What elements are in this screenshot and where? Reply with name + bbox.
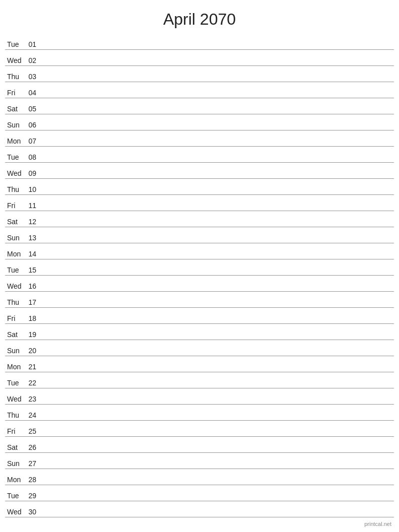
day-number: 22 <box>25 379 40 387</box>
day-name: Thu <box>5 411 25 419</box>
day-number: 06 <box>25 121 40 129</box>
page-title: April 2070 <box>0 0 399 34</box>
day-row: Sun06 <box>5 114 394 130</box>
day-row: Thu17 <box>5 292 394 308</box>
day-row: Fri11 <box>5 195 394 211</box>
day-number: 03 <box>25 73 40 81</box>
day-name: Tue <box>5 153 25 161</box>
day-number: 09 <box>25 169 40 177</box>
day-name: Sat <box>5 218 25 226</box>
day-number: 12 <box>25 218 40 226</box>
day-row: Sat12 <box>5 211 394 227</box>
day-name: Tue <box>5 40 25 48</box>
day-name: Mon <box>5 250 25 258</box>
day-number: 28 <box>25 476 40 484</box>
day-number: 14 <box>25 250 40 258</box>
day-number: 08 <box>25 153 40 161</box>
day-row: Wed02 <box>5 50 394 66</box>
day-number: 26 <box>25 443 40 451</box>
day-name: Wed <box>5 169 25 177</box>
day-number: 16 <box>25 282 40 290</box>
day-row: Thu03 <box>5 66 394 82</box>
day-row: Mon28 <box>5 469 394 485</box>
day-row: Sun20 <box>5 340 394 356</box>
day-number: 27 <box>25 459 40 468</box>
day-row: Sun13 <box>5 227 394 243</box>
day-name: Fri <box>5 314 25 322</box>
day-row: Thu10 <box>5 179 394 195</box>
day-row: Wed16 <box>5 276 394 292</box>
day-number: 02 <box>25 56 40 64</box>
day-row: Tue08 <box>5 147 394 163</box>
day-name: Wed <box>5 508 25 516</box>
day-number: 29 <box>25 492 40 500</box>
day-name: Mon <box>5 363 25 371</box>
day-name: Mon <box>5 137 25 145</box>
day-number: 05 <box>25 105 40 113</box>
day-number: 04 <box>25 89 40 97</box>
day-row: Tue22 <box>5 372 394 388</box>
day-row: Fri04 <box>5 82 394 98</box>
day-number: 25 <box>25 427 40 435</box>
day-number: 13 <box>25 234 40 242</box>
day-name: Thu <box>5 185 25 193</box>
day-number: 18 <box>25 314 40 322</box>
day-row: Fri18 <box>5 308 394 324</box>
footer-text: printcal.net <box>364 521 391 527</box>
day-row: Fri25 <box>5 421 394 437</box>
day-row: Wed09 <box>5 163 394 179</box>
day-number: 15 <box>25 266 40 274</box>
day-name: Sun <box>5 234 25 242</box>
day-row: Tue15 <box>5 259 394 276</box>
day-name: Fri <box>5 202 25 210</box>
day-row: Mon07 <box>5 130 394 147</box>
day-row: Sat19 <box>5 324 394 340</box>
day-name: Thu <box>5 298 25 306</box>
day-name: Mon <box>5 476 25 484</box>
day-name: Thu <box>5 73 25 81</box>
day-number: 10 <box>25 185 40 193</box>
day-row: Thu24 <box>5 405 394 421</box>
day-name: Sat <box>5 443 25 451</box>
day-row: Wed23 <box>5 388 394 405</box>
day-name: Sun <box>5 459 25 468</box>
day-name: Wed <box>5 395 25 403</box>
day-name: Sat <box>5 330 25 339</box>
day-number: 11 <box>25 202 40 210</box>
day-row: Mon14 <box>5 243 394 259</box>
day-number: 30 <box>25 508 40 516</box>
day-row: Sat26 <box>5 437 394 453</box>
day-name: Sun <box>5 347 25 355</box>
day-number: 01 <box>25 40 40 48</box>
day-row: Mon21 <box>5 356 394 372</box>
day-name: Tue <box>5 492 25 500</box>
day-number: 20 <box>25 347 40 355</box>
day-number: 21 <box>25 363 40 371</box>
day-row: Tue01 <box>5 34 394 50</box>
day-name: Tue <box>5 266 25 274</box>
day-name: Sun <box>5 121 25 129</box>
day-name: Fri <box>5 427 25 435</box>
day-name: Sat <box>5 105 25 113</box>
day-number: 23 <box>25 395 40 403</box>
day-name: Wed <box>5 282 25 290</box>
calendar-container: Tue01Wed02Thu03Fri04Sat05Sun06Mon07Tue08… <box>0 34 399 517</box>
day-name: Tue <box>5 379 25 387</box>
day-number: 19 <box>25 330 40 339</box>
day-row: Sun27 <box>5 453 394 469</box>
day-number: 17 <box>25 298 40 306</box>
day-name: Wed <box>5 56 25 64</box>
day-row: Tue29 <box>5 485 394 501</box>
day-name: Fri <box>5 89 25 97</box>
day-number: 24 <box>25 411 40 419</box>
day-number: 07 <box>25 137 40 145</box>
day-row: Sat05 <box>5 98 394 114</box>
day-row: Wed30 <box>5 501 394 517</box>
